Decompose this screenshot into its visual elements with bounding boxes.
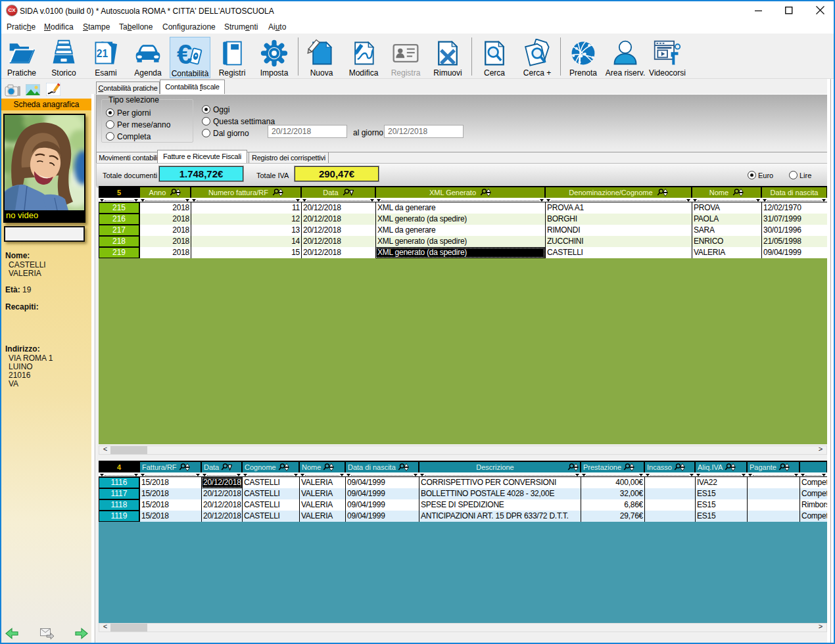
svg-text:21: 21: [97, 48, 108, 59]
svg-text:€: €: [177, 39, 192, 68]
